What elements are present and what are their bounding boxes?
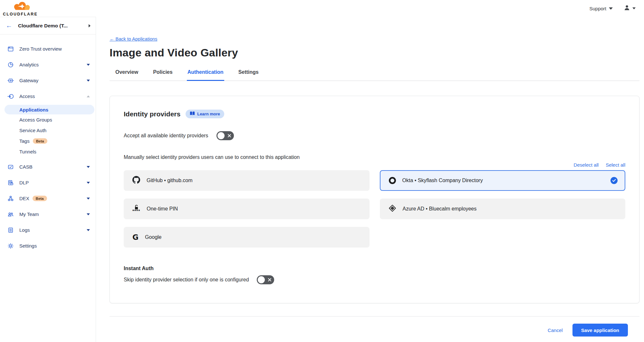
sidebar-item-tags[interactable]: Tags Beta — [0, 136, 96, 146]
provider-name: GitHub • github.com — [147, 178, 362, 183]
instant-auth-toggle[interactable] — [257, 275, 274, 284]
instant-auth-heading: Instant Auth — [124, 266, 625, 271]
sidebar-item-label: Tunnels — [19, 149, 36, 154]
select-all-link[interactable]: Select all — [606, 162, 625, 168]
sidebar-nav: Zero Trust overview Analytics Gateway — [0, 34, 96, 254]
sidebar-item-tunnels[interactable]: Tunnels — [0, 146, 96, 157]
pie-chart-icon — [7, 62, 14, 68]
sidebar-item-gateway[interactable]: Gateway — [0, 73, 96, 88]
cloudflare-cloud-icon — [8, 1, 33, 13]
sidebar-item-label: Tags — [19, 138, 30, 144]
tab-settings[interactable]: Settings — [238, 67, 259, 81]
provider-card-azure-ad[interactable]: Azure AD • Bluecalm employees — [380, 199, 626, 219]
sidebar-item-access[interactable]: Access — [0, 88, 96, 104]
sidebar-item-dlp[interactable]: DLP — [0, 175, 96, 191]
gear-icon — [7, 243, 14, 249]
chevron-right-icon[interactable] — [89, 24, 91, 27]
tab-overview[interactable]: Overview — [115, 67, 139, 81]
support-menu[interactable]: Support — [589, 6, 613, 11]
toggle-knob — [258, 276, 265, 283]
grid-spacer — [380, 227, 626, 248]
chevron-down-icon[interactable] — [87, 64, 90, 66]
sidebar-item-label: Access — [19, 93, 87, 99]
sidebar-item-label: My Team — [19, 211, 87, 217]
sidebar-item-settings[interactable]: Settings — [0, 238, 96, 254]
provider-card-github[interactable]: GitHub • github.com — [124, 170, 370, 191]
user-avatar-icon — [624, 5, 630, 12]
provider-card-one-time-pin[interactable]: **** One-time PIN — [124, 199, 370, 219]
sidebar-item-label: Applications — [19, 107, 48, 112]
accept-all-toggle[interactable] — [216, 131, 234, 140]
cloudflare-logo[interactable]: CLOUDFLARE — [4, 1, 37, 16]
google-icon: G — [132, 233, 139, 241]
sidebar-item-casb[interactable]: CASB — [0, 159, 96, 175]
chevron-down-icon[interactable] — [87, 80, 90, 82]
chevron-down-icon — [632, 7, 636, 9]
card-title: Identity providers — [124, 110, 180, 118]
chevron-down-icon[interactable] — [87, 182, 90, 184]
tab-authentication[interactable]: Authentication — [187, 67, 224, 81]
footer-divider — [110, 316, 639, 317]
sidebar-item-access-groups[interactable]: Access Groups — [0, 114, 96, 125]
page-title: Image and Video Gallery — [110, 46, 639, 59]
toggle-off-x-icon — [227, 134, 231, 138]
sidebar-item-label: Access Groups — [19, 117, 52, 122]
sidebar-item-label: CASB — [19, 164, 87, 170]
learn-more-link[interactable]: Learn more — [186, 110, 224, 118]
cloudflare-wordmark: CLOUDFLARE — [3, 12, 38, 16]
sidebar-item-label: DEX — [19, 196, 29, 201]
chevron-down-icon[interactable] — [87, 198, 90, 200]
selected-check-icon — [610, 177, 618, 184]
sidebar-item-analytics[interactable]: Analytics — [0, 57, 96, 73]
beta-badge: Beta — [33, 196, 47, 201]
provider-card-okta[interactable]: Okta • Skyflash Company Directory — [380, 170, 626, 191]
back-arrow-icon[interactable]: ← — [6, 22, 12, 29]
identity-providers-card: Identity providers Learn more Accept all… — [110, 96, 639, 303]
sidebar-item-logs[interactable]: Logs — [0, 222, 96, 238]
github-icon — [132, 176, 140, 185]
account-menu[interactable] — [624, 5, 636, 12]
chevron-up-icon[interactable] — [87, 95, 90, 97]
azure-ad-icon — [389, 204, 396, 213]
sidebar-item-service-auth[interactable]: Service Auth — [0, 125, 96, 136]
chevron-down-icon — [609, 7, 613, 10]
beta-badge: Beta — [33, 138, 47, 144]
sidebar-item-applications[interactable]: Applications — [5, 105, 94, 114]
book-icon — [190, 111, 195, 117]
chevron-down-icon[interactable] — [87, 213, 90, 215]
back-to-applications-link[interactable]: ← Back to Applications — [110, 36, 157, 42]
provider-card-google[interactable]: G Google — [124, 227, 370, 248]
access-subnav: Applications Access Groups Service Auth … — [0, 104, 96, 159]
cloud-check-icon — [7, 164, 14, 170]
sidebar-item-zero-trust-overview[interactable]: Zero Trust overview — [0, 41, 96, 57]
manual-select-text: Manually select identity providers users… — [124, 154, 625, 160]
tab-policies[interactable]: Policies — [152, 67, 173, 81]
sidebar: ← Cloudflare Demo (T... Zero Trust overv… — [0, 17, 96, 342]
chevron-down-icon[interactable] — [87, 166, 90, 168]
account-name: Cloudflare Demo (T... — [18, 23, 89, 29]
main-content: ← Back to Applications Image and Video G… — [96, 17, 644, 342]
provider-grid: GitHub • github.com Okta • Skyflash Comp… — [124, 170, 625, 248]
log-document-icon — [7, 227, 14, 233]
instant-auth-label: Skip identity provider selection if only… — [124, 277, 249, 283]
provider-name: Azure AD • Bluecalm employees — [403, 206, 618, 212]
toggle-knob — [217, 132, 225, 139]
toggle-off-x-icon — [268, 278, 272, 282]
browser-window-icon — [7, 46, 14, 52]
sidebar-item-label: Logs — [19, 227, 87, 233]
sidebar-item-label: Settings — [19, 243, 90, 249]
account-switcher[interactable]: ← Cloudflare Demo (T... — [0, 17, 96, 34]
provider-name: Google — [145, 234, 362, 240]
provider-name: Okta • Skyflash Company Directory — [402, 178, 604, 183]
pin-asterisks: **** — [132, 209, 140, 213]
learn-more-label: Learn more — [197, 112, 220, 116]
cancel-button[interactable]: Cancel — [548, 327, 563, 333]
chevron-down-icon[interactable] — [87, 229, 90, 231]
save-application-button[interactable]: Save application — [572, 324, 628, 337]
login-arrow-icon — [7, 93, 14, 100]
sidebar-item-my-team[interactable]: My Team — [0, 206, 96, 222]
one-time-pin-icon: **** — [132, 205, 140, 213]
sidebar-item-dex[interactable]: DEX Beta — [0, 191, 96, 206]
deselect-all-link[interactable]: Deselect all — [574, 162, 599, 168]
network-nodes-icon — [7, 195, 14, 202]
